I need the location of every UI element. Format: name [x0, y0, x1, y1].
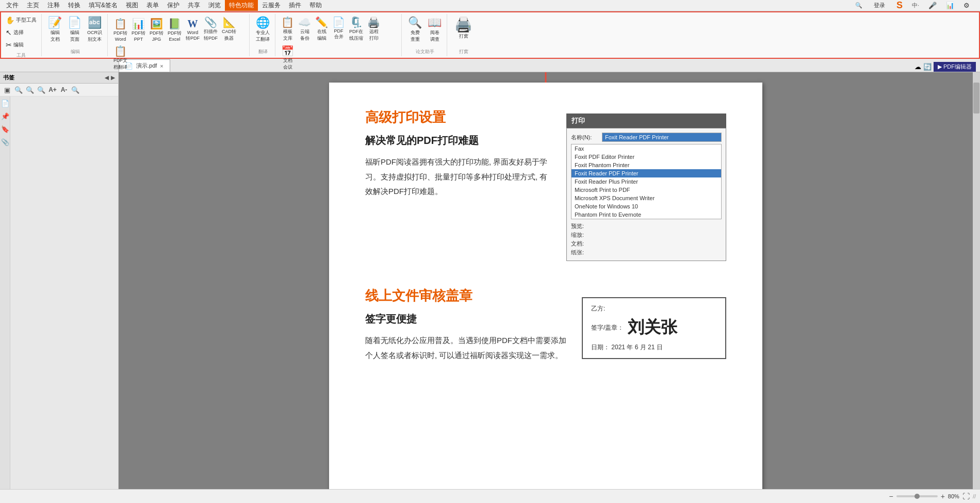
sidebar-tb-font-dec-btn[interactable]: A-: [59, 85, 69, 95]
sig-date-row: 日期： 2021 年 6 月 21 日: [591, 343, 717, 352]
pdf-translate-btn[interactable]: 📋 PDF文档翻译: [112, 44, 129, 72]
menu-annotate[interactable]: 注释: [43, 0, 64, 11]
edit-page-btn[interactable]: 📄 编辑页面: [66, 15, 84, 44]
pdf-to-excel-label: PDF转Excel: [168, 30, 182, 42]
online-edit-icon: ✏️: [315, 16, 328, 28]
menu-browse[interactable]: 浏览: [204, 0, 225, 11]
hand-tool-btn[interactable]: ✋ 手型工具: [4, 15, 38, 25]
sidebar-icon-tag[interactable]: 🔖: [1, 125, 9, 133]
remote-print-btn[interactable]: 🖨️ 远程打印: [366, 15, 382, 43]
print-name-input[interactable]: Foxit Reader PDF Printer: [602, 133, 722, 142]
sidebar: 书签 ◀ ▶ ▣ 🔍 🔍 🔍 A+ A- 🔍 📄 📌 🔖 📎: [0, 72, 119, 489]
doc-meeting-btn[interactable]: 📅 文档会议: [280, 44, 296, 72]
sidebar-tb-search-btn[interactable]: 🔍: [70, 85, 80, 95]
sidebar-icon-page[interactable]: 📄: [1, 100, 9, 107]
doc-meeting-label: 文档会议: [283, 57, 292, 71]
cloud-backup-btn[interactable]: ☁️ 云端备份: [297, 15, 313, 43]
printer-item-ms-pdf[interactable]: Microsoft Print to PDF: [571, 186, 721, 194]
sidebar-tb-font-inc-btn[interactable]: A+: [47, 85, 58, 95]
grading-icon: 📖: [428, 16, 442, 29]
pdf-compress-btn[interactable]: 🗜️ PDF在线压缩: [348, 15, 365, 43]
sidebar-tb-page-btn[interactable]: ▣: [2, 85, 12, 95]
pdf-page: 高级打印设置 解决常见的PDF打印难题 福昕PDF阅读器拥有强大的打印功能, 界…: [329, 83, 762, 489]
expand-btn[interactable]: ⛶: [962, 492, 970, 500]
menu-share[interactable]: 共享: [184, 0, 204, 11]
pro-translate-btn[interactable]: 🌐 专业人工翻译: [254, 15, 272, 44]
menu-protect[interactable]: 保护: [163, 0, 184, 11]
printer-item-editor[interactable]: Foxit PDF Editor Printer: [571, 153, 721, 161]
hand-icon: ✋: [6, 16, 14, 24]
ocr-icon: 🔤: [88, 16, 102, 29]
ocr-btn[interactable]: 🔤 OCR识别文本: [85, 15, 104, 44]
sidebar-collapse-btn[interactable]: ▶: [111, 75, 115, 80]
pdf-to-excel-btn[interactable]: 📗 PDF转Excel: [166, 17, 183, 43]
sidebar-tb-zoom-out-btn[interactable]: 🔍: [25, 85, 35, 95]
cloud-backup-label: 云端备份: [300, 28, 309, 42]
sidebar-body: 📄 📌 🔖 📎: [0, 96, 118, 489]
printer-item-phantom[interactable]: Foxit Phantom Printer: [571, 161, 721, 169]
section2-body: 随着无纸化办公应用普及。当遇到使用PDF文档中需要添加个人签名或者标识时, 可以…: [365, 333, 566, 363]
sig-name-row: 签字/盖章： 刘关张: [591, 316, 717, 339]
menu-file[interactable]: 文件: [2, 0, 23, 11]
pdf-to-jpg-btn[interactable]: 🖼️ PDF转JPG: [148, 17, 165, 43]
main-layout: 书签 ◀ ▶ ▣ 🔍 🔍 🔍 A+ A- 🔍 📄 📌 🔖 📎: [0, 72, 980, 489]
word-to-pdf-btn[interactable]: W Word转PDF: [184, 17, 201, 43]
menu-home[interactable]: 主页: [23, 0, 43, 11]
pdf-merge-btn[interactable]: 📄 PDF合并: [331, 15, 347, 43]
pdf-editor-panel-label[interactable]: ▶ PDF编辑器: [934, 62, 976, 72]
login-text[interactable]: 登录: [870, 1, 889, 10]
printer-item-fax[interactable]: Fax: [571, 144, 721, 153]
pdf-viewer: 高级打印设置 解决常见的PDF打印难题 福昕PDF阅读器拥有强大的打印功能, 界…: [119, 72, 980, 489]
printer-item-ms-xps[interactable]: Microsoft XPS Document Writer: [571, 194, 721, 202]
paper-assistant-group: 🔍 免费查重 📖 阅卷调查 论文助手: [403, 14, 447, 56]
online-edit-btn[interactable]: ✏️ 在线编辑: [314, 15, 330, 43]
printer-item-onenote[interactable]: OneNote for Windows 10: [571, 202, 721, 210]
sidebar-icon-bookmark[interactable]: 📌: [1, 112, 9, 120]
pdf-to-ppt-btn[interactable]: 📊 PDF转PPT: [130, 17, 147, 43]
word-to-pdf-icon: W: [188, 18, 198, 30]
sidebar-icon-attach[interactable]: 📎: [1, 138, 9, 146]
zoom-minus-btn[interactable]: −: [889, 492, 893, 500]
sidebar-expand-btn[interactable]: ◀: [105, 75, 109, 80]
scissors-icon: ✂: [6, 41, 12, 49]
cloud-backup-icon: ☁️: [298, 16, 311, 28]
menu-help[interactable]: 帮助: [305, 0, 326, 11]
zoom-slider[interactable]: [896, 495, 938, 497]
scan-to-pdf-btn[interactable]: 📎 扫描件转PDF: [202, 15, 219, 43]
pdf-to-word-label: PDF转Word: [113, 30, 127, 42]
printer-item-evernote[interactable]: Phantom Print to Evernote: [571, 210, 721, 219]
pro-translate-label: 专业人工翻译: [256, 29, 270, 43]
sidebar-tb-zoom-in-btn[interactable]: 🔍: [13, 85, 24, 95]
sidebar-tb-zoom-fit-btn[interactable]: 🔍: [36, 85, 46, 95]
sig-name: 刘关张: [628, 316, 677, 339]
pdf-to-word-btn[interactable]: 📋 PDF转Word: [112, 17, 129, 43]
menu-view[interactable]: 视图: [122, 0, 142, 11]
menu-convert[interactable]: 转换: [64, 0, 85, 11]
menu-bar: 文件 主页 注释 转换 填写&签名 视图 表单 保护 共享 浏览 特色功能 云服…: [0, 0, 980, 11]
edit-doc-btn[interactable]: 📝 编辑文档: [46, 15, 64, 44]
printer-item-reader-selected[interactable]: Foxit Reader PDF Printer: [571, 169, 721, 177]
template-btn[interactable]: 📋 模板文库: [280, 15, 296, 43]
translate-group: 🌐 专业人工翻译 翻译: [251, 14, 275, 56]
print-btn[interactable]: 🖨️ 打窝: [451, 15, 476, 41]
ocr-label: OCR识别文本: [87, 29, 102, 43]
menu-form[interactable]: 表单: [142, 0, 163, 11]
scrollbar-track[interactable]: [973, 72, 980, 489]
menu-plugin[interactable]: 插件: [285, 0, 305, 11]
select-btn[interactable]: ↖ 选择: [4, 27, 38, 38]
menu-fill-sign[interactable]: 填写&签名: [85, 0, 122, 11]
printer-item-reader-plus[interactable]: Foxit Reader Plus Printer: [571, 177, 721, 186]
zoom-plus-btn[interactable]: +: [941, 492, 945, 500]
menu-cloud[interactable]: 云服务: [258, 0, 285, 11]
edit-section-btn[interactable]: ✂ 编辑: [4, 40, 38, 50]
grading-btn[interactable]: 📖 阅卷调查: [426, 15, 444, 44]
section2: 线上文件审核盖章 签字更便捷 随着无纸化办公应用普及。当遇到使用PDF文档中需要…: [365, 287, 726, 363]
scrollbar-thumb[interactable]: [973, 83, 979, 113]
online-edit-label: 在线编辑: [317, 28, 326, 42]
doc-services-group: 📋 模板文库 ☁️ 云端备份 ✏️ 在线编辑 📄 PDF合并: [276, 14, 402, 56]
free-check-label: 免费查重: [411, 29, 420, 43]
pdf-translate-icon: 📋: [114, 45, 127, 57]
cad-btn[interactable]: 📐 CAD转换器: [220, 15, 238, 43]
free-check-btn[interactable]: 🔍 免费查重: [406, 15, 424, 44]
menu-special[interactable]: 特色功能: [225, 0, 258, 11]
